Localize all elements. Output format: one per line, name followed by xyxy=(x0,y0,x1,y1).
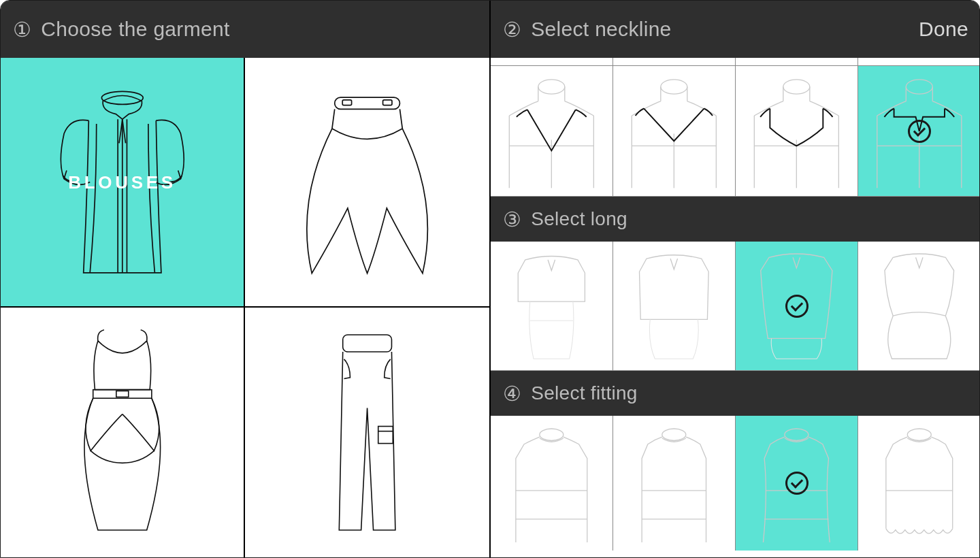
long-waist[interactable] xyxy=(613,242,736,370)
neckline-v-wide[interactable] xyxy=(613,66,736,196)
step-garment-num: ① xyxy=(13,18,31,42)
garment-grid: BLOUSES xyxy=(1,58,489,557)
svg-point-34 xyxy=(908,429,932,440)
neckline-v-deep[interactable] xyxy=(491,66,613,196)
fitting-fitted-icon xyxy=(740,424,853,543)
svg-rect-6 xyxy=(382,100,391,105)
long-row xyxy=(491,242,980,371)
step-neckline-header: ② Select neckline Done xyxy=(491,1,980,58)
step-garment-header: ① Choose the garment xyxy=(1,1,489,58)
neckline-straight-slit[interactable] xyxy=(858,66,980,196)
svg-rect-8 xyxy=(116,391,129,397)
step-fitting-title: Select fitting xyxy=(531,382,637,404)
steps-right: ② Select neckline Done xyxy=(491,1,980,557)
step-long-header: ③ Select long xyxy=(491,197,980,242)
long-peplum[interactable] xyxy=(858,242,980,370)
fitting-loose-icon xyxy=(495,424,608,543)
step-garment-title: Choose the garment xyxy=(41,18,229,41)
svg-rect-4 xyxy=(335,97,400,109)
step-neckline-num: ② xyxy=(503,18,521,42)
svg-rect-5 xyxy=(342,100,351,105)
long-waist-icon xyxy=(618,249,730,363)
skirt-icon xyxy=(270,73,465,291)
fitting-fitted[interactable] xyxy=(736,416,858,551)
pants-icon xyxy=(270,323,465,542)
step-long: ③ Select long xyxy=(491,197,980,371)
garment-skirts[interactable] xyxy=(245,58,489,308)
svg-point-12 xyxy=(538,80,565,94)
step-fitting: ④ Select fitting xyxy=(491,371,980,551)
svg-point-18 xyxy=(783,80,810,94)
fitting-row xyxy=(491,416,980,551)
svg-point-21 xyxy=(906,80,933,94)
svg-point-0 xyxy=(101,91,143,104)
neckline-straight-slit-icon xyxy=(863,73,976,188)
fitting-gathered[interactable] xyxy=(858,416,980,551)
garment-designer: ① Choose the garment xyxy=(0,0,980,558)
neckline-row xyxy=(491,66,980,197)
garment-dresses[interactable] xyxy=(1,308,245,557)
fitting-loose[interactable] xyxy=(491,416,613,551)
step-garment: ① Choose the garment xyxy=(1,1,491,557)
svg-point-31 xyxy=(785,429,808,440)
neckline-v-wide-icon xyxy=(618,73,730,188)
step-long-num: ③ xyxy=(503,208,521,231)
long-hip-icon xyxy=(740,249,853,363)
blouse-icon xyxy=(25,73,220,291)
step-fitting-header: ④ Select fitting xyxy=(491,371,980,416)
long-crop-icon xyxy=(495,249,608,363)
step-long-title: Select long xyxy=(531,208,627,230)
step-neckline-title: Select neckline xyxy=(531,18,671,41)
svg-point-28 xyxy=(662,429,686,440)
step-neckline: ② Select neckline Done xyxy=(491,1,980,197)
garment-blouses[interactable]: BLOUSES xyxy=(1,58,245,308)
neckline-sweetheart[interactable] xyxy=(736,66,858,196)
long-crop[interactable] xyxy=(491,242,613,370)
fitting-straight-icon xyxy=(618,424,730,543)
neckline-sweetheart-icon xyxy=(740,73,853,188)
fitting-straight[interactable] xyxy=(613,416,736,551)
svg-point-15 xyxy=(661,80,687,94)
svg-rect-9 xyxy=(343,335,392,352)
svg-rect-10 xyxy=(378,427,393,444)
garment-pants[interactable] xyxy=(245,308,489,557)
long-peplum-icon xyxy=(863,249,976,363)
neckline-prev-row-peek xyxy=(491,58,980,66)
dress-icon xyxy=(25,323,220,542)
svg-point-25 xyxy=(540,429,564,440)
long-hip[interactable] xyxy=(736,242,858,370)
done-button[interactable]: Done xyxy=(919,18,968,41)
fitting-gathered-icon xyxy=(863,424,976,543)
step-fitting-num: ④ xyxy=(503,382,521,406)
neckline-v-deep-icon xyxy=(495,73,608,188)
